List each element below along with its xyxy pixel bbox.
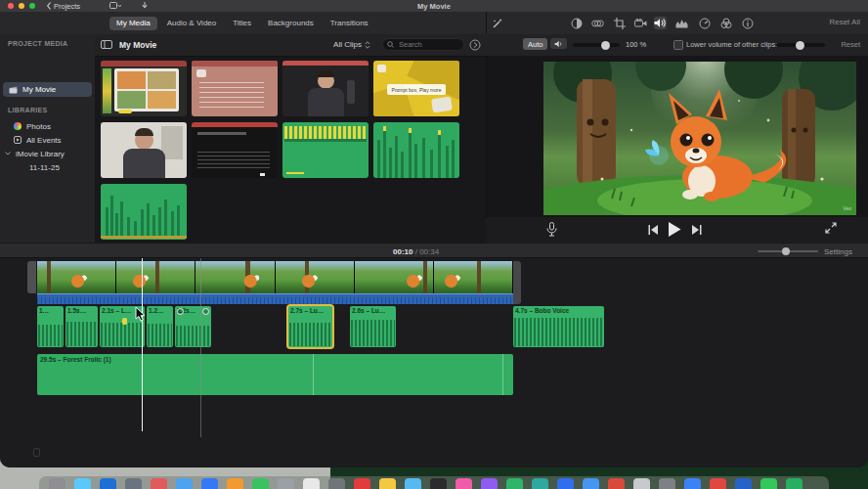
dock-icon[interactable] <box>786 478 803 489</box>
media-thumbnail-audio-spiky[interactable] <box>373 122 459 178</box>
dock-icon[interactable] <box>328 478 345 489</box>
clip-right-trim-handle[interactable] <box>513 261 521 304</box>
noise-reduction-icon[interactable] <box>675 17 688 29</box>
dock-icon[interactable] <box>201 478 218 489</box>
timeline-settings-button[interactable]: Settings <box>824 247 852 256</box>
background-music-clip[interactable]: 29.5s – Forest Frolic (1) <box>37 354 513 395</box>
dock-icon[interactable] <box>176 478 193 489</box>
fade-handle[interactable] <box>177 308 184 315</box>
tab-backgrounds[interactable]: Backgrounds <box>261 17 321 30</box>
audio-clip[interactable]: 2.6s – Lu… <box>350 306 396 347</box>
dock-icon[interactable] <box>557 478 574 489</box>
media-thumbnail-yellow-promo[interactable]: Prompt box, Play more <box>373 61 459 116</box>
dock-icon[interactable] <box>278 478 294 489</box>
playhead[interactable] <box>142 258 143 431</box>
audio-clip[interactable]: 1.5s… <box>65 306 98 347</box>
dock-icon[interactable] <box>303 478 320 489</box>
search-input[interactable] <box>397 39 459 50</box>
clip-label: 2.7s – Lu… <box>290 307 324 314</box>
media-thumbnail-facecam-light[interactable] <box>101 122 187 178</box>
sidebar-toggle-icon[interactable] <box>101 40 112 49</box>
dock-icon[interactable] <box>684 478 701 489</box>
dock-icon[interactable] <box>481 478 498 489</box>
volume-slider-knob[interactable] <box>601 41 610 50</box>
dock-icon[interactable] <box>74 478 91 489</box>
dock-icon[interactable] <box>405 478 421 489</box>
volume-reset-button[interactable]: Reset <box>841 40 860 49</box>
dock-icon[interactable] <box>456 478 472 489</box>
dock-icon[interactable] <box>379 478 396 489</box>
dock-icon[interactable] <box>583 478 599 489</box>
audio-clip[interactable]: 1.2s… <box>175 306 211 347</box>
clip-filter-dropdown[interactable]: All Clips <box>333 40 370 49</box>
dock <box>39 476 829 489</box>
video-audio-waveform[interactable] <box>37 293 513 304</box>
dock-icon[interactable] <box>710 478 726 489</box>
sidebar-item-event-11-11-25[interactable]: 11-11-25 <box>0 160 95 174</box>
dock-icon[interactable] <box>227 478 243 489</box>
info-icon[interactable] <box>741 17 754 29</box>
timeline-zoom-knob[interactable] <box>782 247 790 255</box>
dock-icon[interactable] <box>633 478 650 489</box>
dock-icon[interactable] <box>125 478 142 489</box>
search-field[interactable] <box>382 38 464 51</box>
clip-filter-icon[interactable] <box>719 17 732 29</box>
next-frame-button[interactable] <box>692 225 702 235</box>
audio-clip-selected[interactable]: 2.7s – Lu… <box>288 306 332 347</box>
dock-icon[interactable] <box>100 478 116 489</box>
dock-icon[interactable] <box>608 478 625 489</box>
dock-icon[interactable] <box>252 478 269 489</box>
dock-icon[interactable] <box>151 478 167 489</box>
dock-icon[interactable] <box>430 478 447 489</box>
lower-volume-slider-knob[interactable] <box>796 41 804 50</box>
magic-wand-icon[interactable] <box>491 17 503 29</box>
media-thumbnail-terminal[interactable] <box>192 122 278 178</box>
promo-text: Prompt box, Play more <box>392 87 442 93</box>
volume-adjust-icon[interactable] <box>654 17 667 29</box>
auto-volume-button[interactable]: Auto <box>523 38 547 50</box>
dock-icon[interactable] <box>532 478 548 489</box>
tab-transitions[interactable]: Transitions <box>324 17 375 30</box>
dock-icon[interactable] <box>354 478 370 489</box>
sidebar-item-all-events[interactable]: All Events <box>0 133 95 147</box>
crop-icon[interactable] <box>613 17 626 29</box>
tab-my-media[interactable]: My Media <box>109 17 157 30</box>
mute-button[interactable] <box>550 38 567 49</box>
media-thumbnail-audio-wave[interactable] <box>101 184 187 240</box>
dock-icon[interactable] <box>659 478 675 489</box>
sidebar-item-imovie-library[interactable]: iMovie Library <box>0 147 95 160</box>
stabilization-icon[interactable] <box>634 17 647 29</box>
sidebar-item-my-movie[interactable]: My Movie <box>3 82 92 97</box>
media-thumbnail-facecam-dark[interactable] <box>282 61 369 116</box>
voiceover-mic-icon[interactable] <box>546 222 557 237</box>
volume-slider[interactable] <box>573 43 620 47</box>
lower-volume-checkbox[interactable] <box>673 40 683 50</box>
hide-browser-icon[interactable] <box>469 39 481 51</box>
fox-forest-frame <box>543 62 856 215</box>
audio-clip[interactable]: 1.2… <box>147 306 173 347</box>
media-thumbnail-audio-yellow[interactable] <box>282 122 369 178</box>
tab-audio-video[interactable]: Audio & Video <box>160 17 224 30</box>
dock-icon[interactable] <box>735 478 752 489</box>
color-correction-icon[interactable] <box>591 17 604 29</box>
sidebar-item-photos[interactable]: Photos <box>0 119 95 133</box>
disclosure-chevron-icon <box>5 152 11 156</box>
previous-frame-button[interactable] <box>648 225 658 235</box>
dock-icon[interactable] <box>506 478 523 489</box>
media-thumbnail-screen-grid[interactable] <box>101 61 187 116</box>
fade-handle[interactable] <box>202 308 209 315</box>
media-thumbnail-notes[interactable] <box>192 61 278 116</box>
clip-left-trim-handle[interactable] <box>27 261 36 293</box>
dock-icon[interactable] <box>49 478 65 489</box>
reset-all-button[interactable]: Reset All <box>829 18 860 26</box>
fullscreen-icon[interactable] <box>825 222 837 234</box>
audio-clip[interactable]: 4.7s – Bobo Voice <box>513 306 604 347</box>
video-clip-filmstrip[interactable] <box>37 261 513 293</box>
play-button[interactable] <box>668 222 681 237</box>
color-balance-icon[interactable] <box>570 17 583 29</box>
tab-titles[interactable]: Titles <box>226 17 258 30</box>
audio-clip[interactable]: 1… <box>37 306 64 347</box>
dock-icon[interactable] <box>760 478 777 489</box>
updown-chevron-icon <box>365 41 370 49</box>
speed-icon[interactable] <box>698 17 711 29</box>
